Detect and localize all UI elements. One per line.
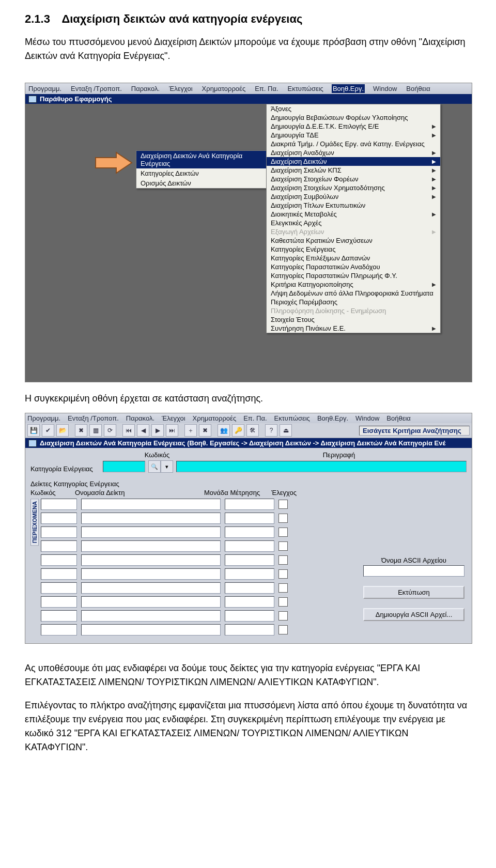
toolbar-tool-icon[interactable]: 🛠 bbox=[246, 424, 259, 437]
mainmenu-item[interactable]: Κατηγορίες Παραστατικών Αναδόχου bbox=[267, 262, 440, 271]
mainmenu-item[interactable]: Στοιχεία Έτους bbox=[267, 315, 440, 324]
mainmenu-item[interactable]: Διακριτά Τμήμ. / Ομάδες Εργ. ανά Κατηγ. … bbox=[267, 140, 440, 148]
menu-parakol[interactable]: Παρακολ. bbox=[130, 84, 161, 93]
mainmenu-item-label: Περιοχές Παρέμβασης bbox=[271, 298, 337, 306]
mainmenu-item[interactable]: Καθεστώτα Κρατικών Ενισχύσεων bbox=[267, 236, 440, 245]
toolbar-first-icon[interactable]: ⏮ bbox=[122, 424, 135, 437]
menu2-elegxoi[interactable]: Έλεγχοι bbox=[162, 414, 185, 422]
menu2-voitheia[interactable]: Βοήθεια bbox=[386, 414, 411, 422]
mainmenu-item[interactable]: Άξονες bbox=[267, 104, 440, 113]
mainmenu-item[interactable]: Διαχείριση Σκελών ΚΠΣ▶ bbox=[267, 166, 440, 175]
toolbar-refresh-icon[interactable]: ⟳ bbox=[104, 424, 116, 437]
mainmenu-item-label: Δημιουργία ΤΔΕ bbox=[271, 131, 319, 139]
menu2-entaxi[interactable]: Ενταξη /Τροποπ. bbox=[68, 414, 119, 422]
submenu-item-katigories[interactable]: Κατηγορίες Δεικτών bbox=[136, 168, 267, 178]
lookup-button-icon[interactable]: 🔍 bbox=[148, 460, 161, 473]
mainmenu-item[interactable]: Κατηγορίες Επιλέξιμων Δαπανών bbox=[267, 254, 440, 262]
toolbar-exit-icon[interactable]: ⏏ bbox=[280, 424, 292, 437]
print-button[interactable]: Εκτύπωση bbox=[363, 586, 464, 599]
submenu-item-orismos[interactable]: Ορισμός Δεικτών bbox=[136, 178, 267, 188]
mainmenu-item[interactable]: Ελεγκτικές Αρχές bbox=[267, 219, 440, 227]
ascii-block: Όνομα ASCII Αρχείου Εκτύπωση Δημιουργία … bbox=[363, 556, 464, 621]
input-perigrafi[interactable] bbox=[176, 461, 467, 472]
toolbar-remove-icon[interactable]: ✖ bbox=[199, 424, 211, 437]
toolbar-next-icon[interactable]: ▶ bbox=[151, 424, 164, 437]
toolbar: 💾 ✔ 📂 ✖ ▦ ⟳ ⏮ ◀ ▶ ⏭ ＋ ✖ 👥 🔑 🛠 ? ⏏ Εισάγε… bbox=[25, 423, 472, 438]
table-row bbox=[41, 499, 467, 510]
toolbar-check-icon[interactable]: ✔ bbox=[42, 424, 54, 437]
mainmenu-item[interactable]: Περιοχές Παρέμβασης bbox=[267, 298, 440, 306]
toolbar-key-icon[interactable]: 🔑 bbox=[232, 424, 244, 437]
form-window-icon bbox=[28, 440, 37, 447]
menu-ektypwseis[interactable]: Εκτυπώσεις bbox=[287, 84, 324, 93]
menu-voitheia[interactable]: Βοήθεια bbox=[405, 84, 431, 93]
toolbar-save-icon[interactable]: 💾 bbox=[27, 424, 40, 437]
submenu-arrow-icon: ▶ bbox=[432, 211, 436, 217]
mainmenu-item: Εξαγωγή Αρχείων▶ bbox=[267, 227, 440, 236]
menu-eppa[interactable]: Επ. Πα. bbox=[254, 84, 279, 93]
toolbar-open-icon[interactable]: 📂 bbox=[56, 424, 69, 437]
list-button-icon[interactable]: ▾ bbox=[161, 460, 173, 473]
menu2-programm[interactable]: Προγραμμ. bbox=[27, 414, 60, 422]
submenu-arrow-icon: ▶ bbox=[432, 229, 436, 235]
mainmenu-item[interactable]: Διαχείριση Στοιχείων Χρηματοδότησης▶ bbox=[267, 183, 440, 192]
menubar-2: Προγραμμ. Ενταξη /Τροποπ. Παρακολ. Έλεγχ… bbox=[25, 413, 472, 423]
submenu-item-ana-katigoria[interactable]: Διαχείριση Δεικτών Ανά Κατηγορία Ενέργει… bbox=[136, 151, 267, 168]
mainmenu-item[interactable]: Δημιουργία ΤΔΕ▶ bbox=[267, 131, 440, 140]
col-monada: Μονάδα Μέτρησης bbox=[204, 489, 271, 497]
toolbar-prev-icon[interactable]: ◀ bbox=[137, 424, 149, 437]
cell-onomasia[interactable] bbox=[81, 499, 221, 510]
menu2-xrimatorroes[interactable]: Χρηματορροές bbox=[193, 414, 237, 422]
toolbar-delete-icon[interactable]: ✖ bbox=[75, 424, 87, 437]
label-perigrafi: Περιγραφή bbox=[211, 451, 467, 459]
menu-elegxoi[interactable]: Έλεγχοι bbox=[168, 84, 194, 93]
menu-entaxi[interactable]: Ενταξη /Τροποπ. bbox=[70, 84, 123, 93]
table-row bbox=[41, 540, 467, 552]
mainmenu-item[interactable]: Διαχείριση Στοιχείων Φορέων▶ bbox=[267, 175, 440, 183]
col-elegxos: Έλεγχος bbox=[271, 489, 318, 497]
mainmenu-item[interactable]: Κατηγορίες Παραστατικών Πληρωμής Φ.Υ. bbox=[267, 271, 440, 280]
mainmenu-item[interactable]: Διαχείριση Αναδόχων▶ bbox=[267, 148, 440, 157]
mainmenu-item[interactable]: Συντήρηση Πινάκων Ε.Ε.▶ bbox=[267, 324, 440, 333]
mainmenu-item-label: Άξονες bbox=[271, 105, 291, 113]
menu2-ektypwseis[interactable]: Εκτυπώσεις bbox=[274, 414, 310, 422]
mainmenu-item[interactable]: Κατηγορίες Ενέργειας bbox=[267, 245, 440, 254]
mainmenu-item-label: Κατηγορίες Επιλέξιμων Δαπανών bbox=[271, 254, 370, 262]
mainmenu-item[interactable]: Διαχείριση Συμβούλων▶ bbox=[267, 192, 440, 201]
submenu-arrow-icon: ▶ bbox=[432, 167, 436, 173]
mainmenu-item[interactable]: Διαχείριση Δεικτών▶ bbox=[267, 157, 440, 166]
mainmenu-item[interactable]: Δημιουργία Βεβαιώσεων Φορέων Υλοποίησης bbox=[267, 113, 440, 122]
input-ascii-filename[interactable] bbox=[363, 565, 464, 577]
paragraph-4: Επιλέγοντας το πλήκτρο αναζήτησης εμφανί… bbox=[25, 699, 471, 754]
menu-programm[interactable]: Προγραμμ. bbox=[27, 84, 63, 93]
menu2-parakol[interactable]: Παρακολ. bbox=[126, 414, 154, 422]
side-panel-tab[interactable]: ΠΕΡΙΕΧΟΜΕΝΑ bbox=[30, 499, 39, 546]
menu2-window[interactable]: Window bbox=[355, 414, 379, 422]
label-kodikos: Κωδικός bbox=[103, 451, 211, 459]
toolbar-table-icon[interactable]: ▦ bbox=[89, 424, 102, 437]
menu2-eppa[interactable]: Επ. Πα. bbox=[243, 414, 267, 422]
mainmenu-item[interactable]: Διοικητικές Μεταβολές▶ bbox=[267, 210, 440, 219]
create-ascii-button[interactable]: Δημιουργία ASCII Αρχεί... bbox=[363, 608, 464, 621]
toolbar-help-icon[interactable]: ? bbox=[265, 424, 277, 437]
menu2-voitherg[interactable]: Βοηθ.Εργ. bbox=[317, 414, 348, 422]
mainmenu-item-label: Ελεγκτικές Αρχές bbox=[271, 219, 321, 227]
cell-monada[interactable] bbox=[225, 499, 274, 510]
mainmenu-item[interactable]: Δημιουργία Δ.Ε.Ε.Τ.Κ. Επιλογής Ε/Ε▶ bbox=[267, 122, 440, 131]
cell-kodikos[interactable] bbox=[41, 499, 77, 510]
input-kodikos[interactable] bbox=[103, 461, 145, 472]
table-row bbox=[41, 624, 467, 636]
cell-elegxos-checkbox[interactable] bbox=[278, 500, 288, 509]
menu-xrimatorroes[interactable]: Χρηματορροές bbox=[201, 84, 247, 93]
mainmenu-item-label: Διαχείριση Στοιχείων Φορέων bbox=[271, 175, 358, 183]
menu-voitherg[interactable]: Βοηθ.Εργ. bbox=[332, 84, 365, 93]
mainmenu-item-label: Συντήρηση Πινάκων Ε.Ε. bbox=[271, 324, 346, 332]
mainmenu-item[interactable]: Κριτήρια Κατηγοριοποίησης▶ bbox=[267, 280, 440, 289]
toolbar-users-icon[interactable]: 👥 bbox=[218, 424, 230, 437]
menu-window[interactable]: Window bbox=[372, 84, 398, 93]
mainmenu-item[interactable]: Διαχείριση Τίτλων Εκτυπωτικών bbox=[267, 201, 440, 210]
toolbar-add-icon[interactable]: ＋ bbox=[184, 424, 197, 437]
toolbar-last-icon[interactable]: ⏭ bbox=[166, 424, 178, 437]
mainmenu-item[interactable]: Λήψη Δεδομένων από άλλα Πληροφοριακά Συσ… bbox=[267, 289, 440, 298]
menubar: Προγραμμ. Ενταξη /Τροποπ. Παρακολ. Έλεγχ… bbox=[25, 83, 472, 94]
